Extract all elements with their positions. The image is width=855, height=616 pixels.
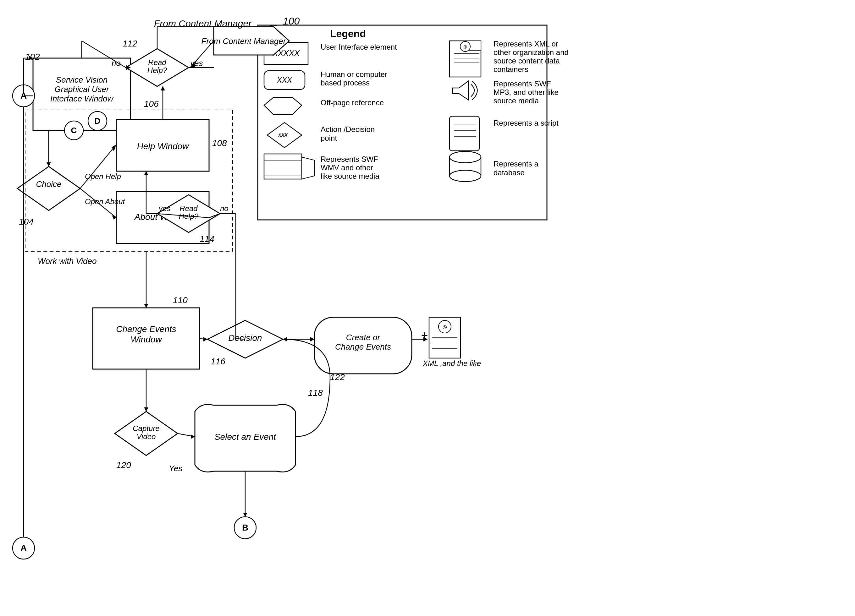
legend-item-9b: database (493, 168, 525, 177)
legend-item-4: Action /Decision (320, 125, 375, 133)
decision-label: Decision (228, 333, 262, 343)
diagram-container: Legend XXXXX User Interface element XXX … (0, 0, 855, 616)
legend-title: Legend (330, 28, 366, 39)
select-event-label: Select an Event (215, 432, 276, 442)
read-help-1-label: Read (148, 58, 166, 67)
legend-item-6: Represents XML or (493, 40, 558, 48)
legend-item-2b: based process (320, 78, 370, 87)
ref-106: 106 (144, 99, 159, 109)
legend-item-1: User Interface element (320, 43, 397, 51)
service-vision-window-label3: Interface Window (50, 94, 114, 103)
ref-122: 122 (330, 372, 345, 382)
from-content-manager-label: From Content Manager (201, 37, 287, 46)
read-help-2-label: Read (179, 204, 198, 212)
legend-item-2: Human or computer (320, 70, 387, 78)
svg-text:◎: ◎ (463, 44, 467, 49)
circle-b: B (242, 523, 248, 532)
create-change-events-label: Create or (346, 333, 381, 342)
legend-item-7b: MP3, and other like (493, 88, 559, 96)
read-help-1-label2: Help? (147, 66, 167, 75)
ref-114: 114 (199, 234, 215, 244)
ref-116: 116 (211, 356, 225, 366)
legend-item-5b: WMV and other (320, 164, 373, 172)
svg-rect-9 (264, 154, 302, 179)
capture-video-label2: Video (137, 432, 156, 441)
create-change-events-label2: Change Events (335, 342, 391, 352)
ref-108: 108 (212, 138, 227, 148)
change-events-window-label2: Window (130, 335, 162, 344)
legend-item-6b: other organization and (493, 48, 568, 57)
circle-d: D (95, 116, 101, 126)
ref-100: 100 (283, 15, 300, 27)
svg-point-25 (449, 151, 481, 163)
xml-label: XML ,and the like (423, 359, 481, 367)
ref-102: 102 (25, 52, 40, 61)
service-vision-window-label: Service Vision (56, 75, 107, 84)
svg-marker-10 (302, 157, 314, 179)
no-label-2: no (220, 204, 228, 212)
circle-a-bottom: A (20, 543, 27, 553)
legend-item-3: Off-page reference (320, 98, 384, 107)
legend-item-8: Represents a script (493, 119, 559, 127)
svg-text:xxx: xxx (278, 131, 288, 138)
ref-104: 104 (19, 217, 34, 226)
svg-point-28 (449, 170, 481, 182)
ref-112: 112 (123, 39, 137, 48)
svg-text:◎: ◎ (443, 324, 447, 330)
capture-video-label: Capture (133, 424, 159, 433)
legend-item-4b: point (320, 134, 337, 142)
yes-label-1: yes (190, 58, 203, 68)
choice-label: Choice (36, 179, 61, 189)
work-with-video-label: Work with Video (38, 256, 97, 266)
help-window-label: Help Window (137, 141, 189, 151)
change-events-window-label: Change Events (116, 324, 176, 334)
svg-text:XXX: XXX (277, 76, 292, 84)
ref-118: 118 (308, 388, 323, 398)
service-vision-window-label2: Graphical User (54, 84, 109, 94)
flowchart-svg: Legend XXXXX User Interface element XXX … (0, 0, 855, 616)
yes-label-2: yes (158, 204, 170, 212)
circle-c: C (71, 126, 77, 135)
ref-110: 110 (173, 295, 188, 305)
yes-capture-label: Yes (169, 464, 182, 473)
legend-item-5c: like source media (320, 172, 379, 180)
legend-item-6c: source content data (493, 57, 560, 65)
ref-120: 120 (116, 460, 131, 470)
svg-rect-21 (449, 116, 480, 151)
open-about-label: Open About (85, 197, 126, 206)
legend-item-5: Represents SWF (320, 155, 378, 164)
legend-item-7: Represents SWF (493, 79, 551, 88)
legend-item-6d: containers (493, 65, 529, 73)
legend-item-7c: source media (493, 96, 539, 105)
legend-item-9: Represents a (493, 160, 538, 168)
